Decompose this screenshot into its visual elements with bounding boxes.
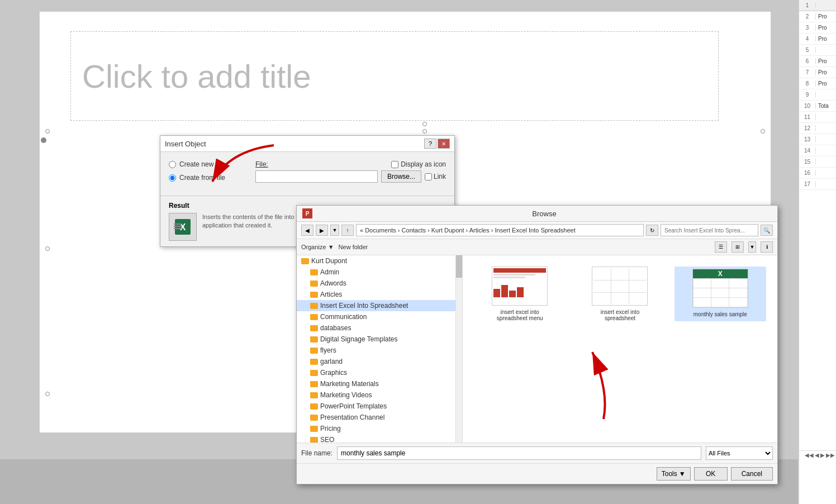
display-as-icon-checkbox[interactable]: [391, 161, 398, 168]
folder-icon: [310, 303, 318, 309]
create-new-radio[interactable]: [169, 161, 176, 168]
folder-icon: [310, 348, 318, 354]
tree-item[interactable]: Kurt Dupont: [297, 255, 455, 267]
file-item-1[interactable]: insert excel into spreadsheet menu: [474, 267, 566, 321]
ss-row: 4Pro: [799, 34, 836, 45]
spreadsheet-right-panel: 12Pro3Pro4Pro56Pro7Pro8Pro910Tota1112131…: [798, 0, 836, 504]
handle-left: [45, 246, 50, 251]
ss-row: 17: [799, 179, 836, 190]
ss-row: 16: [799, 168, 836, 179]
tree-item[interactable]: databases: [297, 322, 455, 334]
folder-icon: [310, 437, 318, 443]
folder-icon: [301, 258, 309, 264]
folder-icon: [310, 426, 318, 432]
result-icon: X: [169, 213, 197, 241]
tree-item[interactable]: Admin: [297, 267, 455, 278]
view-list-btn[interactable]: ☰: [715, 241, 727, 253]
organize-btn[interactable]: Organize ▼: [301, 244, 334, 250]
ss-row: 5: [799, 45, 836, 56]
folder-icon: [310, 269, 318, 275]
browse-title: Browse: [317, 210, 772, 218]
handle-right: [761, 129, 765, 134]
file-name-3: monthly sales sample: [694, 311, 747, 317]
tree-item-label: PowerPoint Templates: [320, 402, 387, 410]
svg-rect-2: [174, 224, 182, 225]
tree-item[interactable]: garland: [297, 356, 455, 367]
tree-item-label: Marketing Videos: [320, 391, 372, 399]
tree-item[interactable]: Insert Excel Into Spreadsheet: [297, 300, 455, 311]
tree-item[interactable]: Marketing Materials: [297, 378, 455, 389]
dialog-title: Insert Object: [165, 140, 206, 148]
ss-row: 7Pro: [799, 67, 836, 78]
nav-dropdown-btn[interactable]: ▼: [330, 225, 339, 236]
ss-row: 13: [799, 134, 836, 145]
browse-dialog: P Browse ◀ ▶ ▼ ↑ « Documents › Contacts …: [296, 205, 778, 484]
tree-item-label: Presentation Channel: [320, 413, 384, 421]
cancel-btn[interactable]: Cancel: [731, 467, 773, 481]
create-new-radio-label[interactable]: Create new: [169, 160, 241, 168]
tree-item[interactable]: Pricing: [297, 423, 455, 434]
display-as-icon-checkbox-label[interactable]: Display as icon: [391, 160, 446, 168]
ss-row: 8Pro: [799, 78, 836, 89]
file-item-2[interactable]: insert excel into spreadsheet: [574, 267, 666, 321]
browse-button[interactable]: Browse...: [381, 170, 421, 183]
file-name-1: insert excel into spreadsheet menu: [489, 309, 550, 321]
create-from-file-radio-label[interactable]: Create from file: [169, 174, 241, 182]
ok-btn[interactable]: OK: [694, 467, 728, 481]
view-dropdown-btn[interactable]: ▼: [748, 241, 756, 253]
tree-item-label: garland: [320, 358, 343, 365]
file-name-2: insert excel into spreadsheet: [589, 309, 650, 321]
tree-item-label: Communication: [320, 313, 367, 321]
filename-input[interactable]: [337, 446, 701, 460]
ss-row: 11: [799, 112, 836, 123]
file-item-3[interactable]: X monthly sales sample: [674, 267, 766, 321]
folder-icon: [310, 370, 318, 376]
create-from-file-radio[interactable]: [169, 174, 176, 182]
file-tree: Kurt DupontAdminAdwordsArticlesInsert Ex…: [297, 255, 456, 443]
tree-item[interactable]: Adwords: [297, 278, 455, 289]
ss-nav-row[interactable]: ◀◀ ◀ ▶ ▶▶: [799, 450, 836, 459]
handle-dot-circle: [41, 137, 46, 143]
slide-title-placeholder[interactable]: Click to add title: [70, 31, 719, 121]
nav-forward-btn[interactable]: ▶: [316, 225, 328, 236]
dialog-close-btn[interactable]: ✕: [438, 139, 450, 149]
nav-back-btn[interactable]: ◀: [301, 225, 314, 236]
nav-refresh-btn[interactable]: ↻: [646, 225, 658, 236]
svg-rect-3: [174, 226, 182, 227]
tree-item[interactable]: flyers: [297, 345, 455, 356]
browse-action-row: Tools▼ OK Cancel: [297, 463, 777, 484]
tree-item[interactable]: SEO: [297, 434, 455, 443]
tree-item[interactable]: PowerPoint Templates: [297, 401, 455, 412]
ss-row: 9: [799, 89, 836, 101]
view-grid-btn[interactable]: ⊞: [732, 241, 744, 253]
new-folder-btn[interactable]: New folder: [339, 244, 368, 250]
filetype-select[interactable]: All Files: [706, 446, 773, 460]
breadcrumb-path[interactable]: « Documents › Contacts › Kurt Dupont › A…: [356, 224, 644, 236]
tree-item[interactable]: Marketing Videos: [297, 389, 455, 401]
folder-icon: [310, 403, 318, 410]
tree-item-label: Pricing: [320, 425, 341, 432]
search-input[interactable]: [661, 224, 758, 236]
view-info-btn[interactable]: ℹ: [761, 241, 773, 253]
nav-up-btn[interactable]: ↑: [341, 225, 354, 236]
link-checkbox[interactable]: [425, 173, 432, 180]
dialog-titlebar: Insert Object ? ✕: [160, 136, 454, 152]
tree-item[interactable]: Digital Signage Templates: [297, 334, 455, 345]
tree-item-label: flyers: [320, 346, 336, 354]
folder-icon: [310, 392, 318, 398]
file-label: File:: [255, 160, 268, 168]
tree-scrollbar[interactable]: [456, 255, 463, 443]
filename-bar: File name: All Files: [297, 443, 777, 463]
tree-item[interactable]: Articles: [297, 289, 455, 300]
folder-icon: [310, 415, 318, 421]
dialog-help-btn[interactable]: ?: [424, 139, 436, 149]
browse-toolbar: Organize ▼ New folder ☰ ⊞ ▼ ℹ: [297, 239, 777, 255]
tree-item[interactable]: Presentation Channel: [297, 412, 455, 423]
search-btn[interactable]: 🔍: [761, 225, 773, 236]
tree-item[interactable]: Graphics: [297, 367, 455, 378]
file-path-input[interactable]: [255, 170, 378, 183]
tree-item-label: SEO: [320, 436, 334, 443]
tree-item[interactable]: Communication: [297, 311, 455, 322]
tools-btn[interactable]: Tools▼: [657, 467, 691, 481]
link-checkbox-label[interactable]: Link: [425, 173, 446, 180]
